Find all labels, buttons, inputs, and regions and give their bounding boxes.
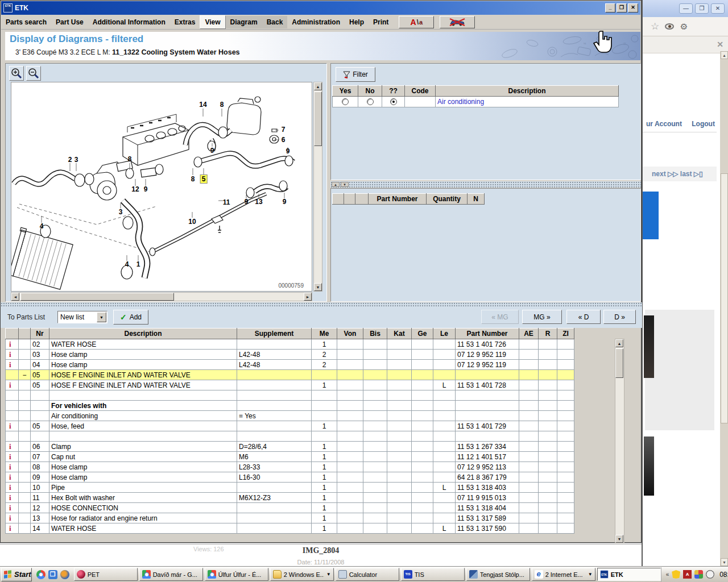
minimize-button[interactable]: _	[605, 3, 615, 13]
info-icon[interactable]: i	[7, 422, 11, 430]
filter-button[interactable]: Filter	[336, 67, 375, 82]
scroll-down-icon[interactable]: ▼	[314, 283, 322, 291]
diagram-callout-8[interactable]: 8	[220, 101, 224, 109]
diagram-callout-10[interactable]: 10	[188, 218, 196, 226]
pdf-icon[interactable]: A	[683, 570, 692, 579]
scrollbar-thumb[interactable]	[615, 348, 623, 378]
diagram-callout-6[interactable]: 6	[282, 136, 286, 144]
diagram-callout-9[interactable]: 9	[245, 198, 249, 206]
scroll-up-icon[interactable]: ▲	[615, 339, 623, 347]
table-row[interactable]: i05HOSE F ENGINE INLET AND WATER VALVE1L…	[6, 380, 574, 390]
table-row[interactable]: i14WATER HOSE1L11 53 1 317 590	[6, 523, 574, 534]
info-icon[interactable]: i	[7, 524, 11, 533]
info-icon[interactable]: i	[7, 514, 11, 522]
table-row[interactable]: For vehicles with	[6, 401, 574, 411]
tray-chevron-icon[interactable]: «	[666, 571, 669, 577]
nav-d-back-button[interactable]: « D	[566, 310, 601, 324]
diagram-callout-12[interactable]: 12	[131, 185, 139, 193]
diagram-callout-9[interactable]: 9	[210, 147, 214, 155]
table-row[interactable]: i13Hose for radiator and engine return11…	[6, 513, 574, 523]
splitter-down-icon[interactable]: ▼	[341, 182, 349, 187]
bookmark-star-icon[interactable]: ☆	[651, 20, 659, 32]
diagram-callout-13[interactable]: 13	[255, 198, 262, 206]
info-icon[interactable]: i	[7, 473, 11, 481]
messenger-icon[interactable]	[694, 570, 703, 579]
radio-yes[interactable]	[342, 98, 349, 105]
scrollbar-thumb[interactable]	[314, 92, 322, 146]
taskbar-button-chrome-david[interactable]: Davíð már - G...	[139, 568, 203, 581]
security-shield-icon[interactable]	[672, 570, 680, 579]
info-icon[interactable]: i	[7, 483, 11, 492]
radio-no[interactable]	[367, 98, 374, 105]
table-row[interactable]: i12HOSE CONNECTION111 53 1 318 404	[6, 503, 574, 513]
taskbar-button-internet-explorer-group[interactable]: e2 Internet E...▼	[532, 568, 595, 581]
diagram-callout-2[interactable]: 2	[68, 156, 72, 164]
panel-splitter[interactable]: ▲ ▼	[330, 181, 641, 188]
diagram-callout-7[interactable]: 7	[282, 126, 286, 134]
table-row[interactable]	[6, 431, 574, 442]
scroll-right-icon[interactable]: ►	[304, 293, 312, 301]
info-icon[interactable]: i	[7, 340, 11, 348]
media-player-icon[interactable]	[60, 570, 69, 579]
taskbar-button-tis[interactable]: TISTIS	[401, 568, 465, 581]
scroll-up-icon[interactable]: ▲	[314, 82, 322, 90]
browser-restore-button[interactable]: ❐	[695, 3, 709, 14]
menu-view[interactable]: View	[200, 15, 225, 29]
nav-d-forward-button[interactable]: D »	[603, 310, 636, 324]
main-splitter[interactable]	[1, 302, 642, 307]
titlebar[interactable]: ETK ETK _ ❐ ✕	[1, 1, 640, 15]
menu-extras[interactable]: Extras	[170, 16, 200, 28]
diagram-callout-9[interactable]: 9	[283, 198, 287, 206]
taskbar-button-calculator[interactable]: Calculator	[336, 568, 399, 581]
scroll-down-icon[interactable]: ▼	[615, 535, 623, 543]
diagram-callout-14[interactable]: 14	[199, 101, 206, 109]
filter-description-cell[interactable]: Air conditioning	[436, 97, 619, 107]
info-icon[interactable]: i	[7, 452, 11, 461]
table-row[interactable]	[6, 390, 574, 401]
table-row[interactable]: i10Pipe1L11 53 1 318 403	[6, 483, 574, 493]
parts-table-scrollbar[interactable]: ▲ ▼	[615, 339, 624, 543]
diagram-callout-9[interactable]: 9	[144, 185, 148, 193]
maximize-button[interactable]: ❐	[617, 3, 627, 13]
show-desktop-icon[interactable]: ❐	[48, 570, 57, 579]
diagram-callout-11[interactable]: 11	[223, 198, 230, 206]
taskbar-button-windows-explorer-group[interactable]: 2 Windows E...▼	[270, 568, 334, 581]
table-row[interactable]: i02WATER HOSE111 53 1 401 726	[6, 339, 574, 350]
pagination-links[interactable]: next ▷▷ last ▷▯	[643, 167, 717, 181]
info-icon[interactable]: i	[7, 360, 11, 369]
account-link[interactable]: ur Account	[646, 120, 682, 128]
info-icon[interactable]: i	[7, 463, 11, 471]
diagram-callout-8[interactable]: 8	[128, 155, 132, 163]
table-row[interactable]: i03Hose clampL42-48207 12 9 952 119	[6, 350, 574, 360]
start-button[interactable]: Start	[1, 568, 32, 581]
wrench-menu-icon[interactable]: ⚙	[679, 23, 689, 30]
zoom-in-button[interactable]	[9, 66, 24, 81]
diagram-vertical-scrollbar[interactable]: ▲ ▼	[313, 82, 322, 292]
taskbar-button-pet[interactable]: PET	[74, 568, 138, 581]
nav-mg-forward-button[interactable]: MG »	[522, 310, 562, 324]
eye-icon[interactable]	[665, 23, 674, 30]
menu-part-use[interactable]: Part Use	[51, 16, 88, 28]
menu-help[interactable]: Help	[345, 16, 369, 28]
scroll-up-icon[interactable]: ▲	[721, 51, 728, 59]
browser-close-button[interactable]: ✕	[711, 3, 725, 14]
close-button[interactable]: ✕	[628, 3, 638, 13]
info-icon[interactable]: i	[7, 504, 11, 512]
dropdown-arrow-icon[interactable]: ▼	[97, 312, 106, 322]
logout-link[interactable]: Logout	[692, 120, 715, 128]
add-button[interactable]: ✓ Add	[113, 310, 148, 325]
info-icon[interactable]: i	[7, 381, 11, 389]
splitter-up-icon[interactable]: ▲	[332, 182, 340, 187]
font-size-button[interactable]: A\a	[399, 16, 434, 28]
zoom-out-button[interactable]	[26, 66, 41, 81]
diagram-callout-4[interactable]: 4	[125, 260, 129, 268]
diagram-canvas[interactable]: 148762389912985391391110441 00000759	[11, 82, 312, 292]
info-icon[interactable]: i	[7, 442, 11, 451]
table-row[interactable]: i08Hose clampL28-33107 12 9 952 113	[6, 462, 574, 472]
table-row[interactable]: −05HOSE F ENGINE INLET AND WATER VALVE	[6, 370, 574, 380]
dropdown-arrow-icon[interactable]: ▼	[588, 572, 593, 577]
diagram-callout-9[interactable]: 9	[286, 147, 290, 155]
diagram-callout-3[interactable]: 3	[75, 156, 78, 164]
menu-additional-information[interactable]: Additional Information	[88, 16, 170, 28]
hide-vehicle-button[interactable]	[440, 16, 475, 28]
